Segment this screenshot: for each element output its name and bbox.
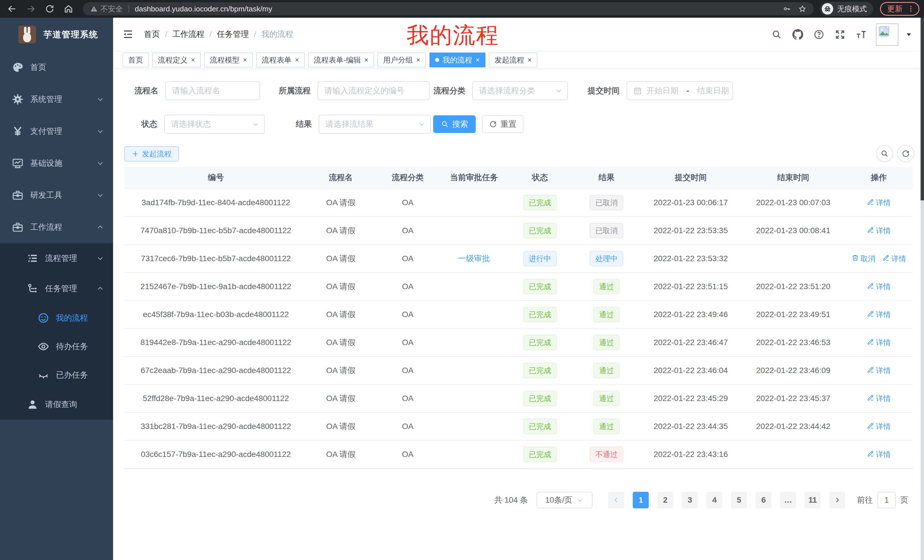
action-label: 详情 [876,310,891,320]
sidebar-logo[interactable]: 芋道管理系统 [0,18,113,51]
sidebar-item-9[interactable]: 待办任务 [0,332,113,361]
filter-label-category: 流程分类 [434,85,465,96]
page-button-5[interactable]: 5 [731,492,747,508]
tab-用户分组[interactable]: 用户分组× [378,52,426,67]
forward-icon[interactable] [25,3,36,15]
cell-end-time: 2022-01-22 23:46:09 [741,366,845,375]
search-icon[interactable] [770,28,783,41]
address-bar[interactable]: 不安全 dashboard.yudao.iocoder.cn/bpm/task/… [83,2,814,15]
close-icon[interactable]: × [476,57,480,63]
cell-id: 819442e8-7b9a-11ec-a290-acde48001122 [124,338,307,347]
prev-page-button[interactable] [608,492,624,508]
sidebar-item-6[interactable]: 流程管理 [0,243,113,273]
sidebar-item-8[interactable]: 我的流程 [0,304,113,332]
reset-button[interactable]: 重置 [482,115,524,133]
name-input[interactable] [165,81,260,100]
close-icon[interactable]: × [528,57,532,63]
back-icon[interactable] [6,3,18,15]
result-badge: 通过 [593,279,620,294]
update-button[interactable]: 更新 [880,2,920,16]
detail-action[interactable]: 详情 [867,365,891,376]
sidebar-item-1[interactable]: 系统管理 [0,83,113,115]
tab-发起流程[interactable]: 发起流程× [489,52,537,67]
close-icon[interactable]: × [191,57,195,63]
detail-action[interactable]: 详情 [882,254,906,264]
detail-action[interactable]: 详情 [867,310,891,320]
daterange-picker[interactable]: 开始日期 - 结束日期 [627,81,733,100]
search-button[interactable]: 搜索 [433,115,476,133]
help-icon[interactable] [813,28,825,41]
name-input-field[interactable] [172,86,253,95]
detail-action[interactable]: 详情 [867,449,891,460]
close-icon[interactable]: × [364,57,368,63]
tab-流程模型[interactable]: 流程模型× [204,52,253,67]
page-button-2[interactable]: 2 [657,492,673,508]
next-page-button[interactable] [829,492,845,508]
detail-action[interactable]: 详情 [867,338,891,347]
sidebar-item-7[interactable]: 任务管理 [0,273,113,304]
tab-流程定义[interactable]: 流程定义× [152,52,201,67]
process-input[interactable] [318,81,430,100]
cell-submit-time: 2022-01-22 23:49:46 [640,310,741,319]
start-date-placeholder[interactable]: 开始日期 [646,85,678,96]
submit-time: 2022-01-22 23:51:15 [654,282,728,291]
page-button-6[interactable]: 6 [756,492,771,508]
sidebar-item-4[interactable]: 研发工具 [0,179,113,211]
detail-action[interactable]: 详情 [867,226,891,236]
process-input-field[interactable] [324,86,423,95]
detail-action[interactable]: 详情 [867,394,891,404]
page-button-11[interactable]: 11 [805,492,820,508]
bookmark-star-icon[interactable] [798,5,806,13]
result-select[interactable]: 请选择流结果 [319,115,431,133]
close-icon[interactable]: × [295,57,299,63]
show-search-toggle-button[interactable] [876,145,893,162]
avatar[interactable] [876,23,898,46]
process-name: OA 请假 [326,309,356,320]
menu-dots-icon[interactable] [907,5,915,13]
page-button-1[interactable]: 1 [633,492,649,508]
font-size-icon[interactable] [855,28,867,41]
goto-page-input[interactable] [878,492,896,508]
sidebar-item-0[interactable]: 首页 [0,51,113,83]
security-indicator[interactable]: 不安全 [90,4,123,14]
current-task-link[interactable]: 一级审批 [458,253,490,264]
refresh-icon [489,120,497,128]
refresh-table-button[interactable] [897,145,914,162]
sidebar-item-5[interactable]: 工作流程 [0,211,113,243]
tab-我的流程[interactable]: 我的流程× [429,52,485,67]
caret-down-icon[interactable] [905,31,913,38]
detail-action[interactable]: 详情 [867,198,891,208]
tab-流程表单-编辑[interactable]: 流程表单-编辑× [308,52,374,67]
status-select[interactable]: 请选择状态 [164,115,265,133]
close-icon[interactable]: × [416,57,420,63]
reload-icon[interactable] [44,3,56,15]
detail-action[interactable]: 详情 [867,422,891,431]
detail-action[interactable]: 详情 [867,282,891,292]
url-text[interactable]: dashboard.yudao.iocoder.cn/bpm/task/my [135,4,783,13]
sidebar-item-11[interactable]: 请假查询 [0,389,113,419]
breadcrumb-item[interactable]: 任务管理 [217,29,249,40]
close-icon[interactable]: × [243,57,247,63]
breadcrumb-item[interactable]: 首页 [144,29,160,40]
cell-result: 不通过 [573,447,640,462]
sidebar-item-3[interactable]: 基础设施 [0,147,113,179]
github-icon[interactable] [792,28,804,41]
tab-首页[interactable]: 首页 [123,52,149,67]
fullscreen-icon[interactable] [834,28,846,41]
breadcrumb-item[interactable]: 工作流程 [172,29,204,40]
page-button-3[interactable]: 3 [682,492,698,508]
page-size-select[interactable]: 10条/页 [537,492,592,508]
end-date-placeholder[interactable]: 结束日期 [697,85,729,96]
page-button-4[interactable]: 4 [706,492,722,508]
sidebar-item-2[interactable]: 支付管理 [0,115,113,147]
sidebar-toggle-icon[interactable] [121,27,135,41]
tab-流程表单[interactable]: 流程表单× [256,52,304,67]
home-icon[interactable] [63,3,74,15]
sidebar-item-10[interactable]: 已办任务 [0,361,113,389]
cancel-action[interactable]: 取消 [852,254,876,264]
create-process-button[interactable]: 发起流程 [124,146,179,162]
window-scrollbar[interactable] [921,18,924,560]
category-select[interactable]: 请选择流程分类 [472,81,568,100]
key-icon[interactable] [783,5,791,13]
scrollbar-thumb[interactable] [921,18,924,201]
